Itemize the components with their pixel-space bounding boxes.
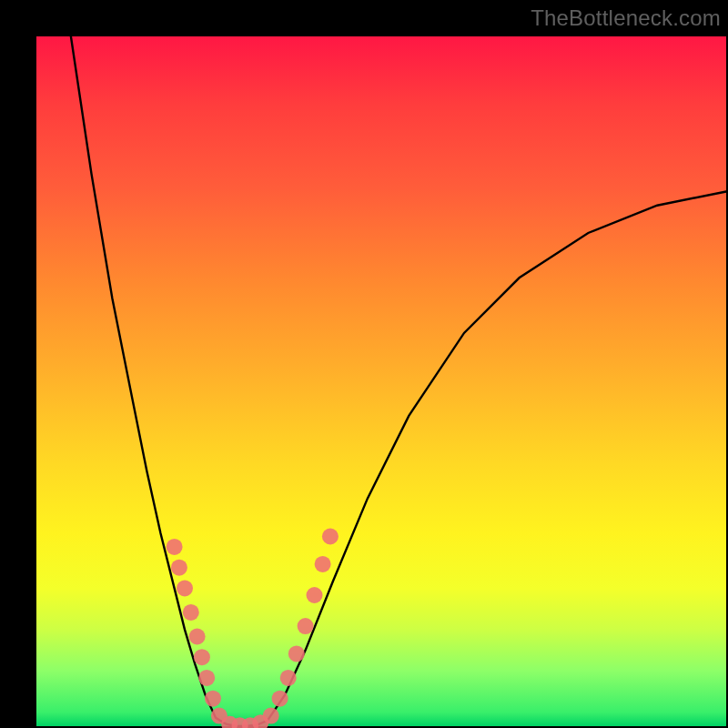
- dot: [205, 691, 221, 707]
- dot: [322, 529, 339, 545]
- dot: [307, 587, 323, 603]
- dot: [198, 670, 215, 686]
- watermark-text: TheBottleneck.com: [531, 5, 721, 31]
- dot: [288, 645, 305, 662]
- curve-line: [71, 36, 726, 726]
- dot: [177, 580, 193, 596]
- bottleneck-curve: [71, 36, 726, 726]
- dot: [263, 708, 279, 724]
- dot: [298, 618, 314, 634]
- dot: [194, 649, 210, 665]
- dot: [183, 604, 199, 621]
- chart-svg: [36, 36, 726, 726]
- chart-frame: TheBottleneck.com: [0, 0, 728, 728]
- dot: [167, 539, 183, 555]
- dot: [280, 670, 297, 686]
- dot: [315, 556, 331, 572]
- plot-area: [36, 36, 726, 726]
- dot: [272, 691, 288, 707]
- dot: [171, 560, 187, 576]
- highlight-dots: [167, 529, 339, 729]
- dot: [189, 629, 206, 645]
